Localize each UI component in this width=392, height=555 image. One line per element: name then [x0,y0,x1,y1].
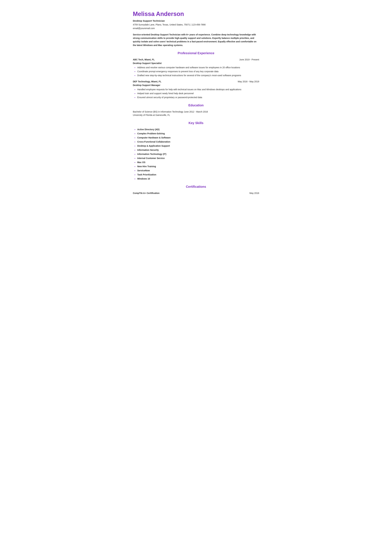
job-bullet: Ensured utmost security of proprietary o… [135,96,259,99]
job-bullet: Address and resolve various computer har… [135,66,259,69]
job-role: Desktop Support Specialist [133,62,259,65]
address: 4759 Sunnydale Lane, Plano, Texas, Unite… [133,23,259,26]
skill-item: Task Prioritization [135,173,259,176]
job-bullet: Handled employee requests for help with … [135,88,259,91]
cert-date: May 2016 [249,191,259,195]
job-date: June 2019 - Present [239,58,259,61]
job-bullet: Drafted new step-by-step technical instr… [135,74,259,77]
job-company: ABC Tech, Miami, FL [133,58,155,61]
cert-name: CompTIA A+ Certification [133,191,160,195]
certification-entry: CompTIA A+ CertificationMay 2016 [133,191,259,195]
experience-section-title: Professional Experience [133,51,259,55]
skill-item: Complex Problem-Solving [135,132,259,135]
job-title: Desktop Support Technician [133,19,259,23]
job-bullet: Helped train and support newly hired hel… [135,92,259,95]
skill-item: Mac OS [135,161,259,164]
skill-item: Desktop & Application Support [135,144,259,148]
job-entry: ABC Tech, Miami, FLJune 2019 - PresentDe… [133,58,259,77]
experience-section: ABC Tech, Miami, FLJune 2019 - PresentDe… [133,58,259,99]
skill-item: ServiceNow [135,169,259,172]
skills-list: Active Directory (AD)Complex Problem-Sol… [133,128,259,181]
job-date: May 2016 - May 2019 [238,80,259,83]
job-entry: DEF Technology, Miami, FLMay 2016 - May … [133,80,259,99]
skill-item: Cross-Functional Collaboration [135,140,259,144]
skill-item: Windows 10 [135,177,259,181]
certifications-section-title: Certifications [133,184,259,189]
job-company: DEF Technology, Miami, FL [133,80,162,83]
education-section: Bachelor of Science (BS) in Information … [133,110,259,117]
email: email@youremail.com [133,27,259,30]
certifications-section: CompTIA A+ CertificationMay 2016 [133,191,259,195]
school: University of Florida at Gainesville, FL [133,113,259,117]
skill-item: Internal Customer Service [135,157,259,160]
summary: Service-oriented Desktop Support Technic… [133,33,259,47]
job-bullet: Coordinate prompt emergency responses to… [135,70,259,73]
job-role: Desktop Support Manager [133,84,259,87]
education-entry: Bachelor of Science (BS) in Information … [133,110,259,117]
skills-section-title: Key Skills [133,121,259,125]
job-bullets: Handled employee requests for help with … [133,88,259,99]
education-section-title: Education [133,103,259,108]
skill-item: Information Security [135,148,259,152]
skill-item: Information Technology (IT) [135,153,259,156]
skill-item: Active Directory (AD) [135,128,259,131]
degree: Bachelor of Science (BS) in Information … [133,110,259,113]
candidate-name: Melissa Anderson [133,9,259,18]
skill-item: New Hire Training [135,165,259,168]
skill-item: Computer Hardware & Software [135,136,259,139]
job-bullets: Address and resolve various computer har… [133,66,259,77]
